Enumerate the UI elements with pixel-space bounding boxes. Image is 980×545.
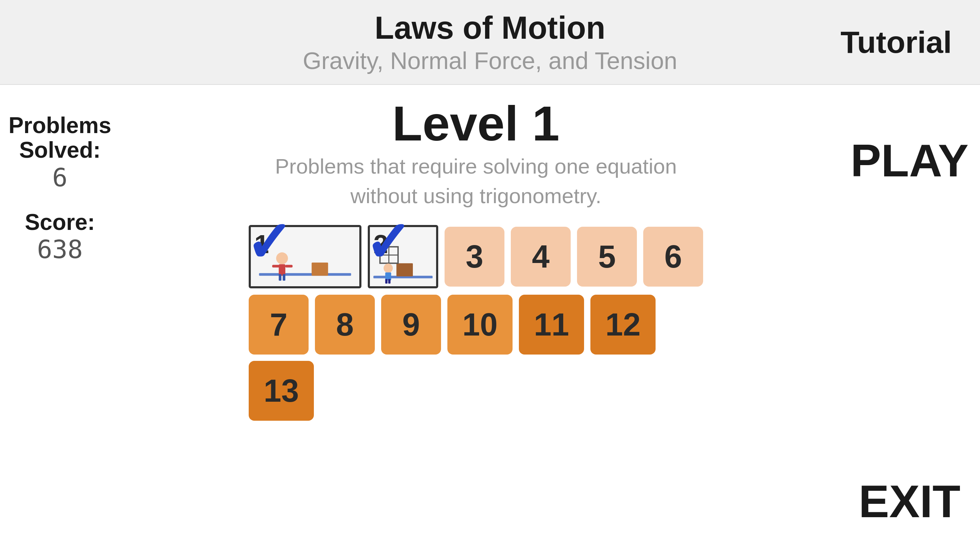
svg-rect-4 <box>278 274 281 281</box>
svg-rect-15 <box>385 279 388 283</box>
problem-9-cell[interactable]: 9 <box>381 295 441 354</box>
exit-button[interactable]: EXIT <box>859 475 961 528</box>
right-sidebar: PLAY EXIT <box>839 85 980 545</box>
score-value: 638 <box>37 235 83 264</box>
problem-2-container: 2 <box>368 225 438 288</box>
page-subtitle: Gravity, Normal Force, and Tension <box>0 47 980 74</box>
grid-row-2: 7 8 9 10 11 12 <box>249 295 655 354</box>
problem-6-cell[interactable]: 6 <box>643 227 703 287</box>
problem-10-cell[interactable]: 10 <box>447 295 512 354</box>
problem-5-cell[interactable]: 5 <box>577 227 637 287</box>
level-description: Problems that require solving one equati… <box>275 152 677 211</box>
problem-3-cell[interactable]: 3 <box>445 227 504 287</box>
checkmark-1: ✓ <box>245 215 293 271</box>
play-button[interactable]: PLAY <box>851 134 969 187</box>
tutorial-button[interactable]: Tutorial <box>840 24 952 60</box>
main-area: ProblemsSolved: 6 Score: 638 Level 1 Pro… <box>0 85 980 545</box>
checkmark-2: ✓ <box>364 215 412 271</box>
svg-rect-5 <box>283 274 285 281</box>
svg-rect-1 <box>312 263 328 276</box>
problem-12-cell[interactable]: 12 <box>590 295 655 354</box>
problem-11-cell[interactable]: 11 <box>519 295 584 354</box>
svg-rect-16 <box>388 279 391 283</box>
problems-solved-label: ProblemsSolved: <box>8 113 111 163</box>
problems-solved-value: 6 <box>52 163 67 192</box>
header: Laws of Motion Gravity, Normal Force, an… <box>0 0 980 85</box>
page-title: Laws of Motion <box>0 11 980 45</box>
problem-7-cell[interactable]: 7 <box>249 295 309 354</box>
grid-row-1: 1 <box>249 225 703 288</box>
problem-1-container: 1 <box>249 225 361 288</box>
level-title: Level 1 <box>393 99 560 148</box>
problem-8-cell[interactable]: 8 <box>315 295 375 354</box>
score-label: Score: <box>25 210 95 235</box>
problem-grid: 1 <box>249 225 703 421</box>
grid-row-3: 13 <box>249 361 314 421</box>
center-content: Level 1 Problems that require solving on… <box>113 85 839 545</box>
problem-4-cell[interactable]: 4 <box>511 227 571 287</box>
problem-13-cell[interactable]: 13 <box>249 361 314 421</box>
left-sidebar: ProblemsSolved: 6 Score: 638 <box>0 85 113 545</box>
